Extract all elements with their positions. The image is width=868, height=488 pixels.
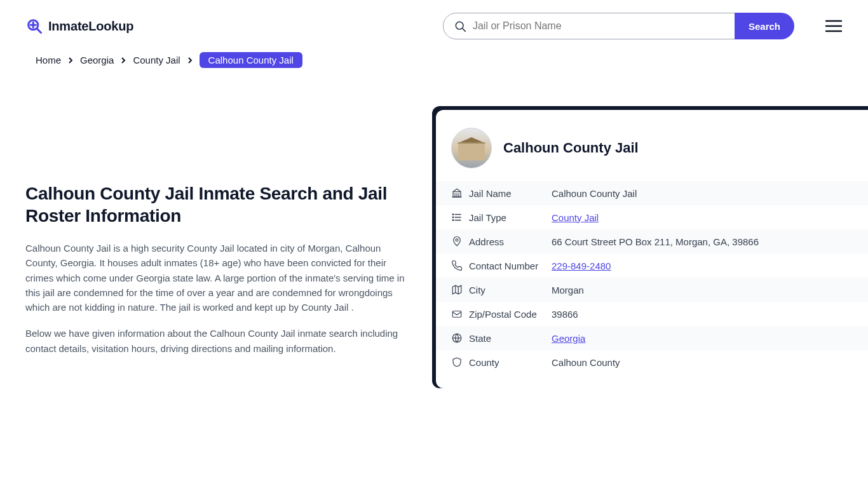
info-row: Zip/Postal Code39866 [436,302,868,326]
breadcrumb: Home Georgia County Jail Calhoun County … [0,47,868,68]
svg-point-17 [452,214,454,215]
chevron-right-icon [120,57,126,64]
article: Calhoun County Jail Inmate Search and Ja… [25,106,407,367]
building-icon [451,187,469,199]
info-row-link[interactable]: County Jail [552,212,599,223]
shield-icon [451,356,469,368]
header: InmateLookup Search [0,0,868,47]
phone-icon [451,260,469,271]
info-row: Contact Number229-849-2480 [436,254,868,278]
info-row: Jail TypeCounty Jail [436,205,868,229]
mail-icon [451,308,469,320]
article-paragraph: Calhoun County Jail is a high security C… [25,241,407,315]
info-row-value: Calhoun County [552,357,620,368]
map-icon [451,284,469,295]
svg-point-4 [456,22,463,29]
info-row-label: Zip/Postal Code [469,309,552,320]
info-card-wrapper: Calhoun County Jail Jail NameCalhoun Cou… [432,106,868,388]
info-row-value: County Jail [552,212,599,223]
breadcrumb-current: Calhoun County Jail [200,52,302,68]
chevron-right-icon [187,57,193,64]
page-title: Calhoun County Jail Inmate Search and Ja… [25,182,407,227]
chevron-right-icon [67,57,74,64]
svg-rect-24 [452,311,461,318]
info-row-label: State [469,333,552,344]
info-row-link[interactable]: Georgia [552,333,585,344]
info-row-label: City [469,285,552,295]
search-magnify-icon [25,17,43,35]
hamburger-menu-icon[interactable] [825,19,843,33]
svg-point-18 [452,217,454,218]
info-row: CityMorgan [436,278,868,302]
logo-text: InmateLookup [48,19,133,34]
svg-point-20 [456,239,458,241]
info-card: Calhoun County Jail Jail NameCalhoun Cou… [436,110,868,388]
article-paragraph: Below we have given information about th… [25,326,407,356]
breadcrumb-home[interactable]: Home [36,55,61,65]
info-row: Address66 Court Street PO Box 211, Morga… [436,229,868,254]
breadcrumb-state[interactable]: Georgia [80,55,114,65]
globe-icon [451,332,469,344]
search-button[interactable]: Search [735,13,794,39]
info-row-value: Georgia [552,333,585,344]
svg-marker-21 [452,285,461,294]
info-row-value: 229-849-2480 [552,261,611,271]
info-row-value: Calhoun County Jail [552,188,637,199]
info-row-label: Address [469,236,552,247]
info-row-link[interactable]: 229-849-2480 [552,261,611,271]
info-row: CountyCalhoun County [436,350,868,374]
info-row-label: County [469,357,552,368]
svg-line-1 [37,29,41,33]
logo[interactable]: InmateLookup [25,17,133,35]
info-row-label: Jail Type [469,212,552,223]
pin-icon [451,236,469,247]
info-row-value: 39866 [552,309,578,320]
card-title: Calhoun County Jail [503,140,639,156]
svg-point-19 [452,220,454,221]
info-row-label: Jail Name [469,188,552,199]
jail-avatar [451,128,492,168]
search-icon [454,20,466,32]
info-row-label: Contact Number [469,261,552,271]
svg-line-5 [463,29,465,31]
info-row-value: Morgan [552,285,584,295]
info-row-value: 66 Court Street PO Box 211, Morgan, GA, … [552,236,759,247]
info-row: Jail NameCalhoun County Jail [436,181,868,205]
search-box[interactable] [443,13,735,39]
search-form: Search [443,13,794,39]
search-input[interactable] [473,20,724,32]
list-icon [451,212,469,223]
info-row: StateGeorgia [436,326,868,350]
breadcrumb-type[interactable]: County Jail [133,55,180,65]
